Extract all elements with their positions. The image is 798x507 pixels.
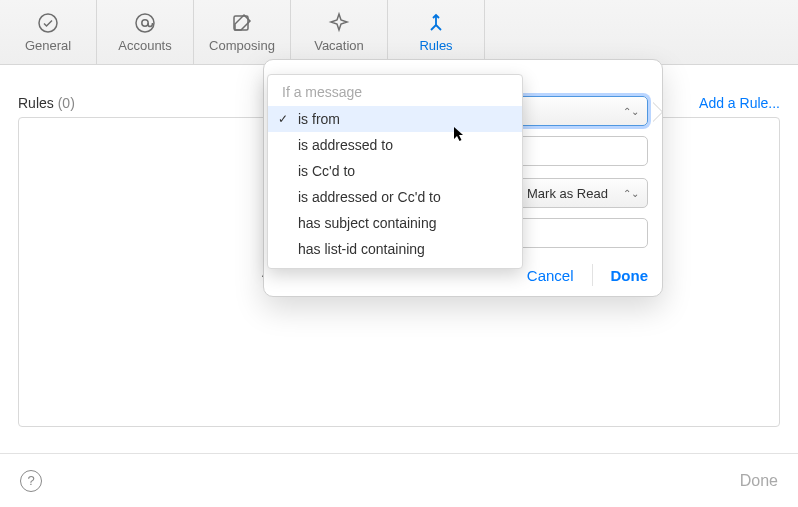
airplane-icon xyxy=(327,11,351,35)
help-icon[interactable]: ? xyxy=(20,470,42,492)
dropdown-item-label: has list-id containing xyxy=(298,241,425,257)
dropdown-item[interactable]: is addressed to xyxy=(268,132,522,158)
tab-label: Rules xyxy=(419,38,452,53)
dropdown-item-label: has subject containing xyxy=(298,215,437,231)
tab-label: Composing xyxy=(209,38,275,53)
tab-label: Accounts xyxy=(118,38,171,53)
dropdown-item-label: is addressed to xyxy=(298,137,393,153)
dropdown-item[interactable]: ✓ is from xyxy=(268,106,522,132)
dropdown-item-label: is addressed or Cc'd to xyxy=(298,189,441,205)
rules-arrows-icon xyxy=(424,11,448,35)
dropdown-item[interactable]: is Cc'd to xyxy=(268,158,522,184)
rules-title: Rules (0) xyxy=(18,95,75,111)
tab-accounts[interactable]: Accounts xyxy=(97,0,194,64)
action-select[interactable]: Mark as Read ⌃⌄ xyxy=(518,178,648,208)
done-button[interactable]: Done xyxy=(611,267,649,284)
checkmark-icon: ✓ xyxy=(278,112,288,126)
dropdown-item[interactable]: is addressed or Cc'd to xyxy=(268,184,522,210)
rules-count: (0) xyxy=(58,95,75,111)
dropdown-item[interactable]: has subject containing xyxy=(268,210,522,236)
tab-general[interactable]: General xyxy=(0,0,97,64)
cancel-button[interactable]: Cancel xyxy=(527,267,574,284)
separator xyxy=(592,264,593,286)
tab-composing[interactable]: Composing xyxy=(194,0,291,64)
action-select-value: Mark as Read xyxy=(527,186,608,201)
window-footer: ? Done xyxy=(0,453,798,507)
condition-dropdown: If a message ✓ is from is addressed to i… xyxy=(267,74,523,269)
dropdown-item-label: is Cc'd to xyxy=(298,163,355,179)
tab-vacation[interactable]: Vacation xyxy=(291,0,388,64)
rules-title-text: Rules xyxy=(18,95,54,111)
at-sign-icon xyxy=(133,11,157,35)
compose-icon xyxy=(230,11,254,35)
chevron-updown-icon: ⌃⌄ xyxy=(623,106,639,117)
dropdown-item-label: is from xyxy=(298,111,340,127)
svg-point-1 xyxy=(136,14,154,32)
svg-point-0 xyxy=(39,14,57,32)
tab-label: General xyxy=(25,38,71,53)
footer-done-button[interactable]: Done xyxy=(740,472,778,490)
svg-point-2 xyxy=(142,20,148,26)
add-rule-link[interactable]: Add a Rule... xyxy=(699,95,780,111)
dropdown-item[interactable]: has list-id containing xyxy=(268,236,522,262)
dropdown-header: If a message xyxy=(268,79,522,106)
checkmark-circle-icon xyxy=(36,11,60,35)
chevron-updown-icon: ⌃⌄ xyxy=(623,188,639,199)
tab-rules[interactable]: Rules xyxy=(388,0,485,64)
tab-label: Vacation xyxy=(314,38,364,53)
preferences-tabbar: General Accounts Composing Vacation Rule… xyxy=(0,0,798,65)
